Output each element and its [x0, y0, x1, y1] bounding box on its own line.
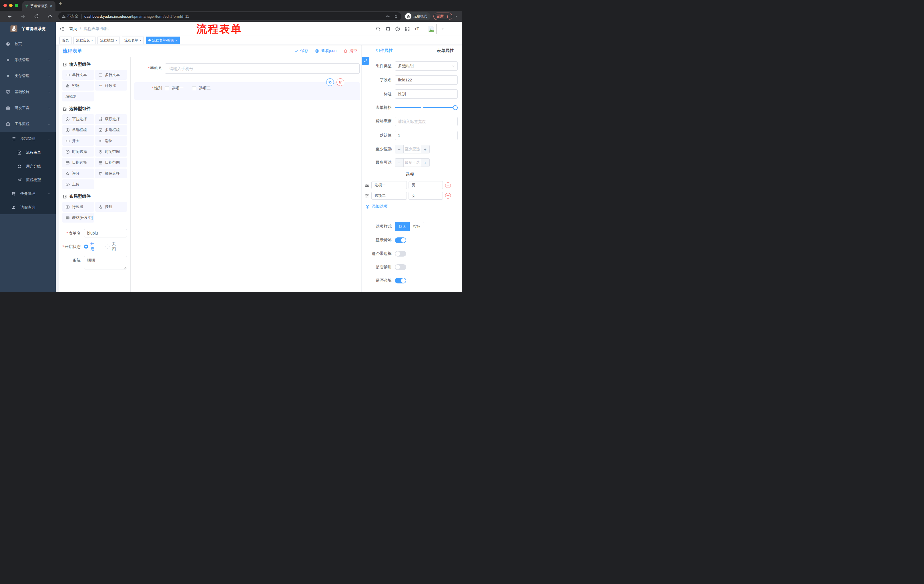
sidebar-item-task-mgmt[interactable]: 任务管理	[0, 187, 56, 201]
sidebar-item-infra[interactable]: 基础设施	[0, 84, 56, 100]
logo[interactable]: 芋道管理系统	[0, 22, 56, 36]
link-tab-button[interactable]	[362, 57, 370, 65]
palette-item-table[interactable]: 表格[开发中]	[62, 213, 94, 222]
component-type-select[interactable]: 多选框组	[395, 61, 458, 71]
style-default-button[interactable]: 默认	[395, 222, 410, 231]
style-button-button[interactable]: 按钮	[410, 222, 424, 231]
drag-handle-icon[interactable]	[365, 183, 370, 188]
field-name-input[interactable]	[395, 76, 458, 85]
stepper-placeholder[interactable]: 最多可选	[404, 159, 421, 166]
tag-process-form[interactable]: 流程表单×	[122, 36, 144, 44]
palette-item-multi-text[interactable]: 多行文本	[95, 70, 127, 80]
tag-close-icon[interactable]: ×	[115, 39, 117, 42]
palette-item-slider[interactable]: 滑块	[95, 136, 127, 146]
delete-component-button[interactable]	[337, 78, 344, 86]
sidebar-item-system[interactable]: 系统管理	[0, 52, 56, 68]
palette-item-single-text[interactable]: 单行文本	[62, 70, 94, 80]
palette-item-password[interactable]: 密码	[62, 81, 94, 90]
palette-item-rate[interactable]: 评分	[62, 169, 94, 178]
palette-item-button[interactable]: 按钮	[95, 202, 127, 212]
sidebar-item-workflow[interactable]: 工作流程	[0, 116, 56, 132]
sidebar-item-leave-query[interactable]: 请假查询	[0, 201, 56, 214]
palette-item-editor[interactable]: 编辑器	[62, 92, 94, 102]
forward-icon[interactable]	[21, 14, 25, 19]
tab-form-props[interactable]: 表单属性	[437, 45, 454, 56]
disabled-toggle[interactable]	[395, 264, 406, 270]
palette-item-time-picker[interactable]: 时间选择	[62, 147, 94, 156]
fullscreen-icon[interactable]	[405, 26, 410, 31]
palette-item-radio-group[interactable]: 单选框组	[62, 125, 94, 135]
form-remark-textarea[interactable]: 嘿嘿	[84, 256, 127, 270]
sidebar-item-devtools[interactable]: 研发工具	[0, 100, 56, 116]
palette-item-upload[interactable]: 上传	[62, 179, 94, 189]
option-1-name-input[interactable]	[371, 181, 407, 189]
password-key-icon[interactable]	[386, 14, 390, 18]
drag-handle-icon[interactable]	[365, 193, 370, 198]
github-icon[interactable]	[385, 26, 391, 31]
sidebar-item-process-mgmt[interactable]: 流程管理	[0, 132, 56, 146]
tag-close-icon[interactable]: ×	[91, 39, 93, 42]
option-1-value-input[interactable]	[409, 181, 443, 189]
remove-option-button[interactable]	[445, 182, 451, 188]
tag-process-form-edit[interactable]: 流程表单-编辑×	[146, 36, 180, 44]
status-off-radio[interactable]: 关闭	[106, 242, 118, 252]
remove-option-button[interactable]	[445, 193, 451, 199]
show-label-toggle[interactable]	[395, 237, 406, 243]
tag-home[interactable]: 首页	[59, 36, 71, 44]
reload-icon[interactable]	[34, 14, 39, 19]
gender-option-2-checkbox[interactable]: 选项二	[192, 86, 211, 91]
view-json-button[interactable]: 查看json	[315, 48, 337, 53]
font-size-icon[interactable]: TT	[414, 26, 420, 31]
breadcrumb-home[interactable]: 首页	[69, 26, 77, 31]
tab-component-props[interactable]: 组件属性	[362, 45, 407, 56]
sidebar-item-payment[interactable]: ¥ 支付管理	[0, 68, 56, 84]
new-tab-button[interactable]: +	[59, 1, 62, 6]
avatar[interactable]	[426, 24, 437, 34]
add-option-button[interactable]: 添加选项	[365, 204, 458, 209]
browser-tab[interactable]: 芋道管理系统 ✕	[22, 1, 56, 11]
sidebar-item-user-group[interactable]: 用户分组	[0, 160, 56, 173]
option-2-value-input[interactable]	[409, 192, 443, 200]
slider-handle[interactable]	[453, 105, 458, 110]
sidebar-fold-icon[interactable]	[59, 26, 64, 31]
minimize-window-button[interactable]	[9, 4, 13, 7]
stepper-minus-button[interactable]	[395, 145, 404, 153]
form-canvas[interactable]: *手机号 *性别 选项一	[130, 57, 361, 292]
maximize-window-button[interactable]	[15, 4, 18, 7]
bookmark-star-icon[interactable]	[394, 14, 398, 18]
palette-item-date-range[interactable]: 日期范围	[95, 158, 127, 168]
option-2-name-input[interactable]	[371, 192, 407, 200]
avatar-caret-icon[interactable]	[441, 28, 444, 31]
tab-close-icon[interactable]: ✕	[49, 4, 53, 8]
update-button[interactable]: 更新	[433, 13, 452, 20]
palette-item-cascader[interactable]: 级联选择	[95, 114, 127, 124]
phone-field[interactable]: *手机号	[130, 63, 360, 74]
required-toggle[interactable]	[395, 278, 406, 283]
copy-component-button[interactable]	[326, 78, 334, 86]
browser-menu-dots-icon[interactable]	[446, 15, 449, 18]
title-input[interactable]	[395, 89, 458, 99]
label-width-input[interactable]	[395, 117, 458, 126]
tag-close-icon[interactable]: ×	[140, 39, 141, 42]
sidebar-item-process-form[interactable]: 流程表单	[0, 146, 56, 160]
palette-item-dropdown[interactable]: 下拉选择	[62, 114, 94, 124]
palette-item-color-picker[interactable]: 颜色选择	[95, 169, 127, 178]
tag-process-model[interactable]: 流程模型×	[97, 36, 119, 44]
grid-slider[interactable]	[395, 107, 455, 108]
clear-button[interactable]: 清空	[343, 48, 357, 53]
profile-caret-icon[interactable]	[455, 15, 458, 18]
status-on-radio[interactable]: 开启	[84, 242, 97, 252]
close-window-button[interactable]	[3, 4, 7, 7]
palette-item-row-container[interactable]: 行容器	[62, 202, 94, 212]
stepper-placeholder[interactable]: 至少应选	[404, 145, 421, 153]
home-icon[interactable]	[48, 14, 52, 19]
back-icon[interactable]	[7, 14, 12, 19]
save-button[interactable]: 保存	[294, 48, 308, 53]
stepper-plus-button[interactable]	[421, 159, 429, 166]
palette-item-switch[interactable]: 开关	[62, 136, 94, 146]
gender-option-1-checkbox[interactable]: 选项一	[165, 86, 183, 91]
tag-process-definition[interactable]: 流程定义×	[73, 36, 96, 44]
phone-input[interactable]	[165, 63, 360, 74]
selected-gender-component[interactable]: *性别 选项一 选项二	[134, 82, 360, 100]
stepper-plus-button[interactable]	[421, 145, 429, 153]
